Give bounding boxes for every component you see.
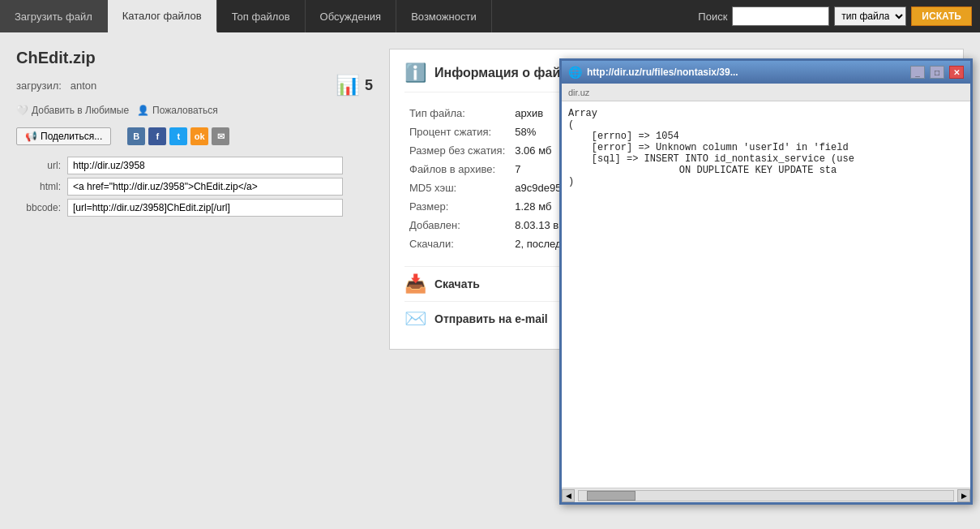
info-row-label: Файлов в архиве: <box>404 160 510 178</box>
uploader-label: загрузил: <box>16 80 62 92</box>
info-row-label: Скачали: <box>404 234 510 253</box>
add-favorite-button[interactable]: 🤍 Добавить в Любимые <box>16 105 129 116</box>
popup-titlebar: 🌐 http://dir.uz/ru/files/nontasix/39... … <box>562 61 970 84</box>
share-button[interactable]: 📢 Поделиться... <box>16 127 111 145</box>
popup-restore-button[interactable]: □ <box>930 66 944 79</box>
info-row-label: MD5 хэш: <box>404 178 510 197</box>
info-row-label: Добавлен: <box>404 216 510 234</box>
uploader-info: загрузил: anton <box>16 80 96 92</box>
rating-count: 5 <box>365 77 373 94</box>
file-meta: загрузил: anton 📊 5 <box>16 74 373 97</box>
nav-top[interactable]: Топ файлов <box>217 0 306 32</box>
odnoklassniki-icon[interactable]: ok <box>190 127 208 145</box>
html-input[interactable] <box>67 178 343 196</box>
links-block: url: html: bbcode: <box>16 157 373 217</box>
report-label: Пожаловаться <box>152 105 218 116</box>
uploader-name: anton <box>71 80 97 92</box>
nav-upload[interactable]: Загрузить файл <box>0 0 108 32</box>
left-panel: ChEdit.zip загрузил: anton 📊 5 🤍 Добавит… <box>16 49 373 350</box>
info-row-label: Процент сжатия: <box>404 123 510 141</box>
info-row-label: Размер без сжатия: <box>404 141 510 160</box>
nav-catalog[interactable]: Каталог файлов <box>108 0 217 32</box>
facebook-icon[interactable]: f <box>148 127 166 145</box>
email-icon: ✉️ <box>404 308 426 329</box>
report-button[interactable]: 👤 Пожаловаться <box>137 105 218 116</box>
add-fav-label: Добавить в Любимые <box>32 105 129 116</box>
twitter-icon[interactable]: t <box>169 127 187 145</box>
popup-address-bar: dir.uz <box>562 84 970 101</box>
bbcode-row: bbcode: <box>16 199 373 217</box>
actions-row: 🤍 Добавить в Любимые 👤 Пожаловаться <box>16 105 373 116</box>
html-row: html: <box>16 178 373 196</box>
top-navigation: Загрузить файл Каталог файлов Топ файлов… <box>0 0 980 32</box>
share-icon: 📢 <box>25 131 37 142</box>
url-row: url: <box>16 157 373 174</box>
popup-favicon-icon: 🌐 <box>568 66 582 79</box>
email-label: Отправить на e-mail <box>434 312 548 325</box>
download-label: Скачать <box>434 277 480 290</box>
rating-block: 📊 5 <box>336 74 373 97</box>
vk-icon[interactable]: В <box>127 127 145 145</box>
nav-discussions[interactable]: Обсуждения <box>306 0 397 32</box>
popup-close-button[interactable]: ✕ <box>949 66 964 79</box>
popup-url-title: http://dir.uz/ru/files/nontasix/39... <box>587 67 905 78</box>
info-row-label: Размер: <box>404 197 510 216</box>
download-icon: 📥 <box>404 273 426 295</box>
search-label: Поиск <box>698 11 727 23</box>
bbcode-label: bbcode: <box>16 202 61 213</box>
url-input[interactable] <box>67 157 343 174</box>
popup-content: Array ( [errno] => 1054 [error] => Unkno… <box>562 101 970 366</box>
email-share-icon[interactable]: ✉ <box>212 127 229 145</box>
search-input[interactable] <box>732 6 829 26</box>
info-panel-title: Информация о файле <box>434 66 576 80</box>
info-icon: ℹ️ <box>404 62 426 84</box>
popup-minimize-button[interactable]: _ <box>910 66 925 79</box>
rating-icon: 📊 <box>336 74 360 97</box>
filetype-select[interactable]: тип файла <box>834 6 906 26</box>
search-area: Поиск тип файла ИСКАТЬ <box>690 0 980 32</box>
social-icons: В f t ok ✉ <box>127 127 229 145</box>
share-row: 📢 Поделиться... В f t ok ✉ <box>16 127 373 145</box>
heart-icon: 🤍 <box>16 105 28 116</box>
info-row-label: Тип файла: <box>404 104 510 123</box>
popup-window: 🌐 http://dir.uz/ru/files/nontasix/39... … <box>559 58 973 366</box>
nav-features[interactable]: Возможности <box>396 0 492 32</box>
share-label: Поделиться... <box>41 131 102 142</box>
bbcode-input[interactable] <box>67 199 343 217</box>
html-label: html: <box>16 181 61 192</box>
url-label: url: <box>16 160 61 171</box>
report-icon: 👤 <box>137 105 149 116</box>
file-title: ChEdit.zip <box>16 49 373 67</box>
search-button[interactable]: ИСКАТЬ <box>911 6 972 26</box>
